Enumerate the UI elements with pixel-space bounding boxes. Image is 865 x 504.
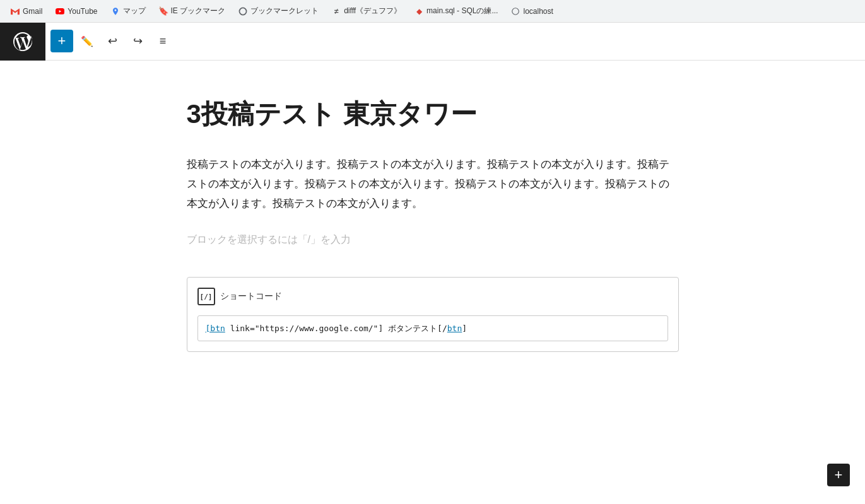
bottom-add-button[interactable]: + bbox=[827, 464, 850, 486]
redo-button[interactable]: ↪ bbox=[126, 30, 149, 52]
bottom-plus-icon: + bbox=[835, 467, 843, 483]
ie-bookmark-icon: 🔖 bbox=[158, 6, 168, 16]
bookmark-youtube-label: YouTube bbox=[68, 7, 97, 16]
shortcode-close-tag[interactable]: btn bbox=[447, 324, 462, 333]
bookmark-maps[interactable]: マップ bbox=[105, 4, 151, 18]
undo-button[interactable]: ↩ bbox=[101, 30, 124, 52]
bookmark-localhost[interactable]: localhost bbox=[505, 5, 558, 18]
bookmark-bar: Gmail YouTube マップ 🔖 IE ブックマーク ブックマークレット … bbox=[0, 0, 865, 23]
menu-icon: ≡ bbox=[160, 35, 167, 48]
shortcode-open-tag[interactable]: [btn bbox=[206, 324, 225, 333]
sql-icon: ◆ bbox=[414, 6, 424, 16]
shortcode-icon: [/] bbox=[197, 288, 215, 305]
gmail-icon bbox=[10, 6, 20, 16]
bookmark-sql-label: main.sql - SQLの練... bbox=[427, 6, 498, 16]
shortcode-input-container: [btn link="https://www.google.com/"] ボタン… bbox=[197, 315, 668, 341]
editor-content: 3投稿テスト 東京タワー 投稿テストの本文が入ります。投稿テストの本文が入ります… bbox=[187, 61, 679, 504]
editor-area: 3投稿テスト 東京タワー 投稿テストの本文が入ります。投稿テストの本文が入ります… bbox=[0, 61, 865, 504]
toolbar-actions: + ✏️ ↩ ↪ ≡ bbox=[45, 23, 865, 61]
bookmark-gmail-label: Gmail bbox=[23, 7, 42, 16]
bookmark-sql[interactable]: ◆ main.sql - SQLの練... bbox=[409, 4, 503, 18]
bookmark-diff[interactable]: ≠ difff《デュフフ》 bbox=[326, 4, 406, 18]
menu-button[interactable]: ≡ bbox=[151, 30, 174, 52]
youtube-icon bbox=[55, 6, 65, 16]
bookmark-bookmarklet[interactable]: ブックマークレット bbox=[233, 4, 324, 18]
post-body[interactable]: 投稿テストの本文が入ります。投稿テストの本文が入ります。投稿テストの本文が入りま… bbox=[187, 155, 679, 213]
wordpress-icon bbox=[11, 30, 34, 53]
post-title[interactable]: 3投稿テスト 東京タワー bbox=[187, 98, 679, 130]
bookmark-diff-label: difff《デュフフ》 bbox=[344, 6, 401, 16]
bookmark-ie-label: IE ブックマーク bbox=[171, 6, 226, 16]
maps-icon bbox=[110, 6, 121, 16]
pencil-icon: ✏️ bbox=[81, 35, 93, 47]
wp-logo[interactable] bbox=[0, 23, 45, 61]
bookmarklet-icon bbox=[238, 6, 248, 16]
shortcode-code: [btn link="https://www.google.com/"] ボタン… bbox=[206, 324, 468, 333]
shortcode-block: [/] ショートコード [btn link="https://www.googl… bbox=[187, 277, 679, 352]
wp-toolbar: + ✏️ ↩ ↪ ≡ bbox=[0, 23, 865, 61]
svg-point-1 bbox=[512, 8, 519, 15]
undo-icon: ↩ bbox=[108, 34, 117, 48]
bookmark-bookmarklet-label: ブックマークレット bbox=[250, 6, 319, 16]
add-block-button[interactable]: + bbox=[50, 30, 73, 52]
bookmark-youtube[interactable]: YouTube bbox=[50, 5, 102, 18]
bookmark-localhost-label: localhost bbox=[523, 7, 553, 16]
bookmark-ie[interactable]: 🔖 IE ブックマーク bbox=[153, 4, 231, 18]
bookmark-maps-label: マップ bbox=[123, 6, 146, 16]
plus-icon: + bbox=[58, 33, 66, 49]
shortcode-label: ショートコード bbox=[220, 291, 282, 302]
block-placeholder: ブロックを選択するには「/」を入力 bbox=[187, 228, 679, 252]
localhost-icon bbox=[510, 6, 521, 16]
diff-icon: ≠ bbox=[331, 6, 341, 16]
shortcode-block-header: [/] ショートコード bbox=[197, 288, 668, 305]
redo-icon: ↪ bbox=[133, 34, 143, 48]
edit-tool-button[interactable]: ✏️ bbox=[76, 30, 98, 52]
bookmark-gmail[interactable]: Gmail bbox=[5, 5, 47, 18]
